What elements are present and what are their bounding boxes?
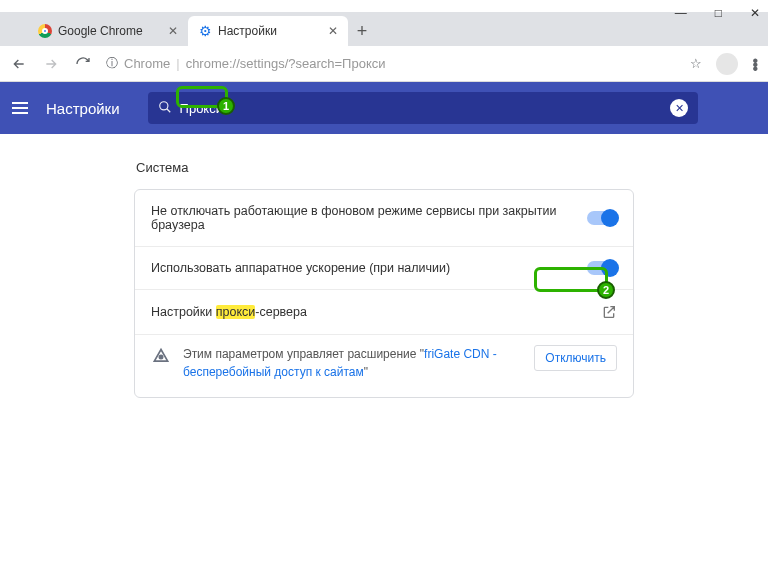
new-tab-button[interactable]: + [348, 16, 376, 46]
system-card: Не отключать работающие в фоновом режиме… [134, 189, 634, 398]
svg-point-0 [159, 101, 167, 109]
tab-label: Настройки [218, 24, 277, 38]
setting-row-hwaccel: Использовать аппаратное ускорение (при н… [135, 247, 633, 290]
close-tab-icon[interactable]: ✕ [328, 24, 338, 38]
reload-button[interactable] [74, 55, 92, 73]
setting-row-background: Не отключать работающие в фоновом режиме… [135, 190, 633, 247]
tab-google-chrome[interactable]: Google Chrome ✕ [28, 16, 188, 46]
disable-extension-button[interactable]: Отключить [534, 345, 617, 371]
svg-point-1 [159, 355, 162, 358]
extension-icon [151, 347, 171, 367]
tab-strip: Google Chrome ✕ ⚙ Настройки ✕ + [0, 12, 768, 46]
setting-label: Не отключать работающие в фоновом режиме… [151, 204, 587, 232]
tab-label: Google Chrome [58, 24, 143, 38]
settings-toolbar: Настройки ✕ [0, 82, 768, 134]
forward-button[interactable] [42, 55, 60, 73]
menu-button[interactable] [12, 102, 28, 114]
url-field[interactable]: ⓘ Chrome | chrome://settings/?search=Про… [106, 55, 676, 72]
setting-label: Использовать аппаратное ускорение (при н… [151, 261, 587, 275]
toggle-hardware-accel[interactable] [587, 261, 617, 275]
minimize-button[interactable]: — [675, 6, 687, 20]
site-info-icon[interactable]: ⓘ [106, 55, 118, 72]
close-tab-icon[interactable]: ✕ [168, 24, 178, 38]
address-bar: ⓘ Chrome | chrome://settings/?search=Про… [0, 46, 768, 82]
bookmark-icon[interactable]: ☆ [690, 56, 702, 71]
maximize-button[interactable]: □ [715, 6, 722, 20]
url-prefix: Chrome [124, 56, 170, 71]
profile-avatar[interactable] [716, 53, 738, 75]
extension-notice-text: Этим параметром управляет расширение "fr… [183, 345, 522, 381]
toggle-background-services[interactable] [587, 211, 617, 225]
setting-row-proxy[interactable]: Настройки прокси-сервера [135, 290, 633, 335]
search-icon [158, 100, 172, 117]
extension-notice-row: Этим параметром управляет расширение "fr… [135, 335, 633, 397]
clear-search-button[interactable]: ✕ [670, 99, 688, 117]
external-link-icon [601, 304, 617, 320]
search-input[interactable] [180, 101, 670, 116]
chrome-menu-icon[interactable]: ••• [752, 58, 758, 70]
section-title: Система [136, 160, 636, 175]
content-area: Система Не отключать работающие в фоново… [0, 134, 768, 418]
page-title: Настройки [46, 100, 120, 117]
chrome-icon [38, 24, 52, 38]
back-button[interactable] [10, 55, 28, 73]
gear-icon: ⚙ [198, 24, 212, 38]
close-window-button[interactable]: ✕ [750, 6, 760, 20]
setting-label: Настройки прокси-сервера [151, 305, 601, 319]
tab-settings[interactable]: ⚙ Настройки ✕ [188, 16, 348, 46]
settings-search[interactable]: ✕ [148, 92, 698, 124]
url-path: chrome://settings/?search=Прокси [186, 56, 386, 71]
